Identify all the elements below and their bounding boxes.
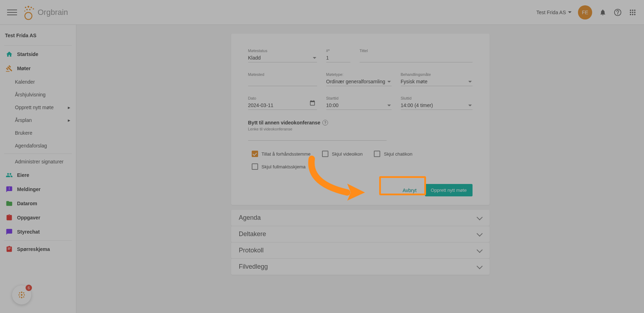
svg-point-25 (19, 296, 20, 297)
chevron-down-icon (476, 247, 482, 253)
svg-point-0 (25, 7, 26, 8)
nav-dataroom[interactable]: Datarom (4, 196, 72, 211)
topbar: Orgbrain Test Frida AS FE (0, 0, 644, 25)
type-field[interactable]: Møtetype: Ordinær generalforsamling (326, 72, 392, 86)
main-content: Møtestatus Kladd #* Tittel Møtested (76, 25, 644, 313)
nav-yearview[interactable]: Årshjulvisning (4, 88, 72, 101)
nav-messages[interactable]: Meldinger (4, 182, 72, 196)
date-field[interactable]: Dato (248, 96, 317, 110)
nav-meetings[interactable]: Møter (4, 61, 72, 76)
menu-icon[interactable] (7, 7, 17, 17)
folder-icon (6, 200, 13, 207)
method-field[interactable]: Behandlingsmåte Fysisk møte (401, 72, 473, 86)
nav-owners[interactable]: Eiere (4, 168, 72, 182)
svg-point-2 (31, 7, 32, 8)
chat-icon (6, 228, 13, 235)
svg-point-21 (23, 292, 24, 294)
svg-point-19 (19, 292, 20, 294)
nav-home[interactable]: Startside (4, 47, 72, 61)
chevron-right-icon: ▸ (68, 105, 70, 110)
clipboard-list-icon (6, 246, 13, 253)
svg-point-3 (33, 8, 34, 10)
submit-button[interactable]: Opprett nytt møte (425, 184, 472, 196)
sidebar: Test Frida AS Startside Møter Kalender Å… (0, 25, 76, 313)
svg-point-17 (632, 14, 633, 15)
svg-point-6 (24, 10, 26, 11)
svg-point-24 (24, 294, 25, 295)
svg-point-7 (25, 12, 32, 19)
meeting-form-card: Møtestatus Kladd #* Tittel Møtested (231, 34, 490, 205)
svg-point-1 (28, 6, 29, 7)
nav-questionnaire[interactable]: Spørreskjema (4, 242, 72, 256)
nav-boardchat[interactable]: Styrechat (4, 225, 72, 239)
svg-point-16 (630, 14, 631, 15)
status-field[interactable]: Møtestatus Kladd (248, 49, 317, 62)
accordion-attachments[interactable]: Filvedlegg (231, 259, 490, 275)
home-icon (6, 51, 13, 58)
chat-badge: 6 (26, 285, 32, 291)
cb-prevote[interactable]: Tillat å forhåndsstemme (252, 151, 311, 157)
svg-point-5 (29, 9, 31, 10)
highlight-box (379, 176, 426, 195)
svg-point-26 (21, 297, 22, 298)
title-field[interactable]: Tittel (360, 49, 473, 62)
svg-point-10 (630, 10, 631, 11)
svg-point-23 (21, 294, 23, 296)
start-field[interactable]: Starttid 10:00 (326, 96, 392, 110)
svg-point-15 (634, 12, 635, 13)
nav-tasks[interactable]: Oppgaver (4, 211, 72, 225)
svg-point-9 (618, 14, 618, 14)
video-switch-link[interactable]: Bytt til annen videokonferanse ? (248, 120, 473, 125)
people-icon (6, 172, 13, 179)
chevron-down-icon (476, 263, 482, 269)
svg-point-14 (632, 12, 633, 13)
chevron-down-icon (476, 214, 482, 220)
nav-create-meeting[interactable]: Opprett nytt møte▸ (4, 101, 72, 114)
accordion-agenda[interactable]: Agenda (231, 210, 490, 226)
svg-point-20 (21, 292, 22, 293)
nav-agenda-suggest[interactable]: Agendaforslag (4, 139, 72, 152)
nav-calendar[interactable]: Kalender (4, 76, 72, 88)
place-field[interactable]: Møtested (248, 72, 317, 86)
sidebar-title: Test Frida AS (4, 29, 72, 44)
cb-hideproxy[interactable]: Skjul fullmaktsskjema (252, 163, 306, 170)
cb-hidevideo[interactable]: Skjul videoikon (322, 151, 363, 157)
chat-widget[interactable]: 6 (12, 285, 31, 304)
announcement-icon (6, 186, 13, 193)
nav-users[interactable]: Brukere (4, 127, 72, 139)
org-selector[interactable]: Test Frida AS (536, 10, 572, 15)
svg-point-18 (634, 14, 635, 15)
accordion-protocol[interactable]: Protokoll (231, 242, 490, 258)
logo-text: Orgbrain (38, 8, 68, 17)
bell-icon[interactable] (599, 8, 607, 17)
svg-point-12 (634, 10, 635, 11)
nav-signatures[interactable]: Administrer signaturer (4, 155, 72, 168)
number-field[interactable]: #* (326, 49, 350, 62)
chevron-down-icon (476, 230, 482, 236)
video-link-field[interactable]: Lenke til videokonferanse (248, 127, 387, 141)
end-field[interactable]: Sluttid 14:00 (4 timer) (401, 96, 473, 110)
gavel-icon (6, 65, 13, 72)
help-circle-icon[interactable]: ? (322, 120, 328, 125)
svg-point-11 (632, 10, 633, 11)
help-icon[interactable] (613, 8, 622, 17)
calendar-icon[interactable] (309, 100, 316, 108)
avatar[interactable]: FE (578, 5, 592, 19)
logo[interactable]: Orgbrain (23, 5, 68, 20)
cb-hidechat[interactable]: Skjul chatikon (374, 151, 412, 157)
svg-point-22 (18, 294, 20, 295)
clipboard-icon (6, 214, 13, 221)
svg-point-4 (26, 9, 28, 10)
chevron-right-icon: ▸ (68, 117, 70, 123)
nav-yearplan[interactable]: Årsplan▸ (4, 114, 72, 127)
accordion-participants[interactable]: Deltakere (231, 226, 490, 242)
svg-point-27 (23, 296, 24, 297)
apps-icon[interactable] (628, 8, 637, 17)
svg-point-13 (630, 12, 631, 13)
